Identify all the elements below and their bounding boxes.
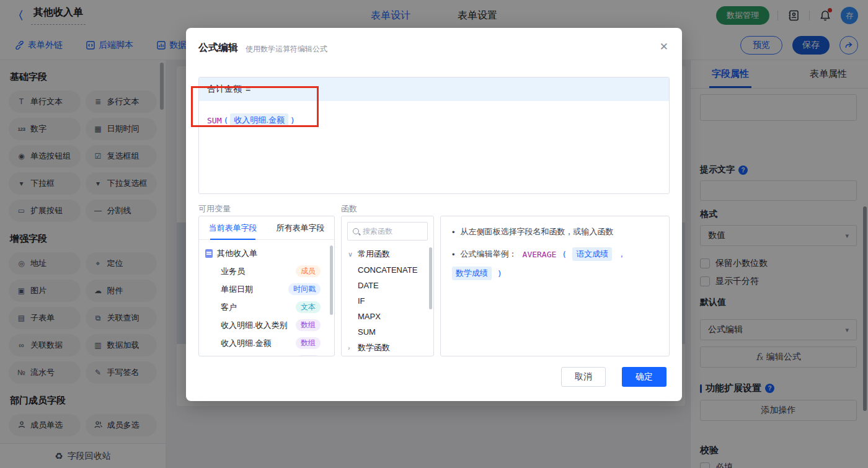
close-paren: ) (290, 116, 295, 125)
variables-label: 可用变量 (198, 203, 231, 214)
formula-target: 合计金额 (207, 84, 242, 95)
formula-field-chip: 收入明细.金额 (230, 113, 288, 127)
form-doc-icon (205, 249, 213, 258)
formula-editor[interactable]: 合计金额 = SUM( 收入明细.金额 ) (198, 77, 670, 194)
group-label: 数学函数 (358, 342, 390, 353)
variables-tree: 其他收入单 业务员 成员 单据日期 时间戳 客户 文本 收入明细.收入类别 数组 (199, 240, 334, 356)
functions-panel: ∨ 常用函数 CONCATENATE DATE IF MAPX SUM › 数学… (341, 216, 434, 356)
function-group-math[interactable]: › 数学函数 (342, 340, 433, 356)
app-root: 〈 其他收入单 表单设计 表单设置 数据管理 (0, 0, 868, 468)
help-tip-1: • 从左侧面板选择字段名和函数，或输入函数 (452, 226, 658, 237)
variable-row[interactable]: 客户 文本 (205, 298, 328, 316)
variables-tabs: 当前表单字段 所有表单字段 (199, 216, 334, 240)
variable-name: 业务员 (221, 266, 245, 277)
example-field-chip: 数学成绩 (452, 267, 492, 280)
variables-root-label: 其他收入单 (217, 248, 257, 259)
variable-row[interactable]: 收入明细.金额 数组 (205, 334, 328, 352)
variable-row[interactable]: 收入明细.收入类别 数组 (205, 316, 328, 334)
bullet-icon: • (452, 250, 455, 259)
function-search-input[interactable] (363, 227, 422, 236)
functions-label: 函数 (341, 203, 357, 214)
search-icon (353, 228, 359, 234)
function-item-if[interactable]: IF (342, 293, 433, 309)
variables-root[interactable]: 其他收入单 (205, 245, 328, 262)
formula-function-name: SUM (207, 116, 221, 125)
variable-name: 收入明细.收入类别 (221, 320, 288, 331)
type-badge: 数组 (296, 337, 321, 349)
type-badge: 文本 (296, 301, 321, 313)
variables-scrollbar[interactable] (330, 245, 333, 315)
confirm-button[interactable]: 确定 (622, 367, 666, 387)
function-group-text[interactable]: › 文本函数 (342, 356, 433, 356)
variable-name: 收入明细.金额 (221, 338, 272, 349)
function-item-concatenate[interactable]: CONCATENATE (342, 262, 433, 278)
variable-name: 单据日期 (221, 284, 253, 295)
chevron-down-icon: ∨ (348, 250, 354, 258)
type-badge: 数组 (296, 355, 321, 356)
chevron-right-icon: › (348, 344, 354, 351)
group-label: 常用函数 (358, 249, 390, 260)
close-icon[interactable]: ✕ (660, 40, 668, 53)
function-item-sum[interactable]: SUM (342, 324, 433, 340)
example-function-name: AVERAGE (523, 250, 557, 259)
variable-row[interactable]: 收入明细.备注 数组 (205, 352, 328, 356)
formula-edit-modal: 公式编辑 使用数学运算符编辑公式 ✕ 合计金额 = SUM( 收入明细.金额 )… (186, 28, 682, 401)
formula-expression: SUM( 收入明细.金额 ) (199, 101, 669, 139)
function-item-mapx[interactable]: MAPX (342, 309, 433, 324)
variable-row[interactable]: 单据日期 时间戳 (205, 280, 328, 298)
tab-current-form-fields[interactable]: 当前表单字段 (199, 216, 267, 239)
formula-target-row: 合计金额 = (199, 77, 669, 101)
modal-subtitle: 使用数学运算符编辑公式 (246, 44, 327, 55)
open-paren: ( (223, 116, 228, 125)
type-badge: 成员 (296, 265, 321, 277)
help-panel: • 从左侧面板选择字段名和函数，或输入函数 • 公式编辑举例：AVERAGE( … (440, 216, 670, 356)
function-item-date[interactable]: DATE (342, 278, 433, 293)
bullet-icon: • (452, 227, 455, 237)
type-badge: 时间戳 (288, 283, 321, 295)
variable-name: 收入明细.备注 (221, 356, 272, 357)
type-badge: 数组 (296, 319, 321, 331)
modal-title: 公式编辑 (198, 42, 238, 55)
example-field-chip: 语文成绩 (572, 247, 612, 261)
functions-scrollbar[interactable] (429, 247, 432, 309)
variable-row[interactable]: 业务员 成员 (205, 262, 328, 280)
function-search[interactable] (347, 222, 428, 241)
variables-panel: 当前表单字段 所有表单字段 其他收入单 业务员 成员 单据日期 时间戳 客户 (198, 216, 335, 356)
help-tip-2: • 公式编辑举例：AVERAGE( 语文成绩 ， 数学成绩 ) (452, 247, 658, 280)
cancel-button[interactable]: 取消 (561, 367, 606, 387)
function-group-common[interactable]: ∨ 常用函数 (342, 246, 433, 262)
variable-name: 客户 (221, 302, 237, 313)
equals-sign: = (246, 84, 250, 94)
tab-all-form-fields[interactable]: 所有表单字段 (267, 216, 334, 239)
